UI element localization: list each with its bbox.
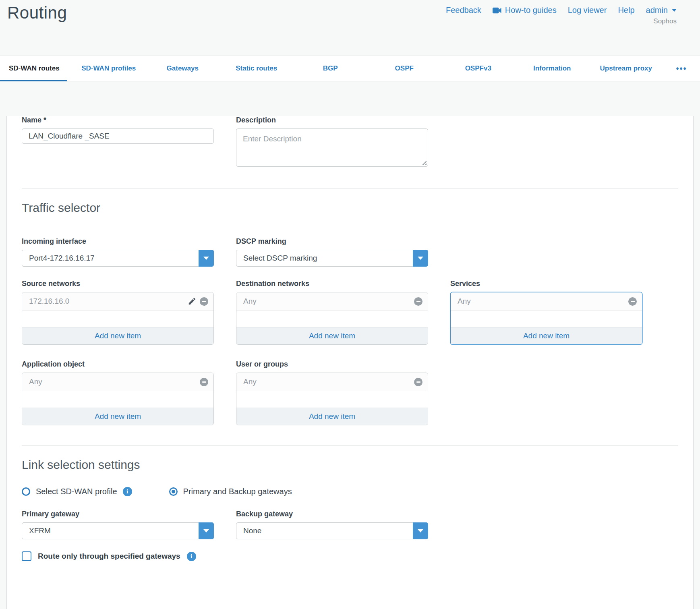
dscp-marking-select[interactable]: Select DSCP marking <box>236 250 428 267</box>
radio-label: Primary and Backup gateways <box>183 487 292 496</box>
list-item-label: Any <box>243 297 414 306</box>
help-link[interactable]: Help <box>618 6 634 15</box>
dscp-marking-label: DSCP marking <box>236 237 428 246</box>
user-or-groups-listbox: Any Add new item <box>236 373 428 425</box>
remove-icon[interactable] <box>414 297 422 306</box>
add-new-item-button[interactable]: Add new item <box>236 327 428 344</box>
route-only-label: Route only through specified gateways <box>38 552 180 561</box>
incoming-interface-value: Port4-172.16.16.17 <box>22 254 95 263</box>
remove-icon[interactable] <box>414 378 422 386</box>
tab-upstream-proxy[interactable]: Upstream proxy <box>589 56 663 81</box>
application-object-group: Application object Any Add new item <box>22 360 214 425</box>
radio-primary-backup-gateways[interactable]: Primary and Backup gateways <box>169 487 292 496</box>
list-item-label: Any <box>29 377 200 386</box>
incoming-interface-select[interactable]: Port4-172.16.16.17 <box>22 250 214 267</box>
header-right: Feedback How-to guides Log viewer Help a… <box>446 6 677 25</box>
primary-gateway-value: XFRM <box>22 526 51 535</box>
section-divider <box>22 445 678 446</box>
traffic-selector-heading: Traffic selector <box>22 201 678 215</box>
tab-ospfv3[interactable]: OSPFv3 <box>441 56 516 81</box>
add-new-item-button[interactable]: Add new item <box>451 327 642 344</box>
radio-unselected-icon[interactable] <box>22 487 30 496</box>
required-mark: * <box>43 116 46 124</box>
backup-gateway-group: Backup gateway None <box>236 510 428 539</box>
route-only-row: Route only through specified gateways i <box>22 551 678 561</box>
tab-overflow-menu[interactable]: ••• <box>663 56 700 81</box>
application-object-listbox: Any Add new item <box>22 373 214 425</box>
name-field-group: Name * <box>22 116 214 168</box>
chevron-down-icon[interactable] <box>413 522 428 539</box>
backup-gateway-label: Backup gateway <box>236 510 428 518</box>
howto-guides-label: How-to guides <box>505 6 557 15</box>
backup-gateway-select[interactable]: None <box>236 522 428 539</box>
info-icon[interactable]: i <box>187 552 196 561</box>
triangle-down-glyph <box>203 529 209 532</box>
incoming-interface-label: Incoming interface <box>22 237 214 246</box>
tab-bgp[interactable]: BGP <box>294 56 368 81</box>
add-new-item-button[interactable]: Add new item <box>236 408 428 425</box>
section-divider <box>22 188 678 189</box>
howto-guides-link[interactable]: How-to guides <box>493 6 557 15</box>
description-label: Description <box>236 116 428 124</box>
chevron-down-icon[interactable] <box>199 522 214 539</box>
tab-sdwan-profiles[interactable]: SD-WAN profiles <box>72 56 146 81</box>
feedback-link[interactable]: Feedback <box>446 6 481 15</box>
source-networks-label: Source networks <box>22 280 214 288</box>
application-object-label: Application object <box>22 360 214 369</box>
dscp-marking-group: DSCP marking Select DSCP marking <box>236 237 428 267</box>
list-item: Any <box>236 373 428 391</box>
list-item: Any <box>451 292 642 311</box>
destination-networks-listbox: Any Add new item <box>236 292 428 345</box>
user-or-groups-group: User or groups Any Add new item <box>236 360 428 425</box>
link-selection-heading: Link selection settings <box>22 458 678 472</box>
destination-networks-group: Destination networks Any Add new item <box>236 280 428 345</box>
edit-icon[interactable] <box>188 297 197 306</box>
video-camera-icon <box>493 7 502 14</box>
add-new-item-button[interactable]: Add new item <box>22 408 213 425</box>
user-or-groups-label: User or groups <box>236 360 428 369</box>
tab-gateways[interactable]: Gateways <box>146 56 220 81</box>
primary-gateway-label: Primary gateway <box>22 510 214 518</box>
chevron-down-icon[interactable] <box>413 250 428 267</box>
list-item-label: Any <box>243 377 414 386</box>
tab-bar: SD-WAN routes SD-WAN profiles Gateways S… <box>0 56 700 81</box>
tab-sdwan-routes[interactable]: SD-WAN routes <box>0 56 72 81</box>
tab-information[interactable]: Information <box>515 56 589 81</box>
admin-menu-button[interactable]: admin <box>646 6 677 15</box>
tab-ospf[interactable]: OSPF <box>367 56 441 81</box>
route-only-checkbox[interactable] <box>22 551 31 561</box>
name-label: Name * <box>22 116 214 124</box>
listbox-spacer <box>451 311 642 327</box>
link-selection-options: Select SD-WAN profile i Primary and Back… <box>22 487 678 496</box>
triangle-down-glyph <box>203 257 209 260</box>
list-item: Any <box>22 373 213 391</box>
radio-select-sdwan-profile[interactable]: Select SD-WAN profile i <box>22 487 132 496</box>
triangle-down-glyph <box>418 529 423 532</box>
primary-gateway-select[interactable]: XFRM <box>22 522 214 539</box>
description-input[interactable] <box>236 128 428 167</box>
remove-icon[interactable] <box>200 378 208 386</box>
add-new-item-button[interactable]: Add new item <box>22 327 213 344</box>
header-links: Feedback How-to guides Log viewer Help a… <box>446 6 677 15</box>
destination-networks-label: Destination networks <box>236 280 428 288</box>
listbox-spacer <box>22 391 213 408</box>
log-viewer-link[interactable]: Log viewer <box>568 6 607 15</box>
backup-gateway-value: None <box>236 526 261 535</box>
radio-label: Select SD-WAN profile <box>36 487 117 496</box>
radio-selected-icon[interactable] <box>169 487 178 496</box>
remove-icon[interactable] <box>628 297 637 306</box>
chevron-down-icon[interactable] <box>199 250 214 267</box>
incoming-interface-group: Incoming interface Port4-172.16.16.17 <box>22 237 214 267</box>
info-icon[interactable]: i <box>123 487 132 496</box>
source-networks-group: Source networks 172.16.16.0 Add new item <box>22 280 214 345</box>
remove-icon[interactable] <box>200 297 208 306</box>
tab-static-routes[interactable]: Static routes <box>220 56 294 81</box>
source-networks-listbox: 172.16.16.0 Add new item <box>22 292 214 345</box>
name-input[interactable] <box>22 128 214 144</box>
org-name: Sophos <box>446 17 677 25</box>
services-group: Services Any Add new item <box>450 280 642 345</box>
services-label: Services <box>450 280 642 288</box>
listbox-spacer <box>236 311 428 327</box>
triangle-down-glyph <box>418 257 423 260</box>
app-header: Routing Feedback How-to guides Log viewe… <box>0 0 700 56</box>
